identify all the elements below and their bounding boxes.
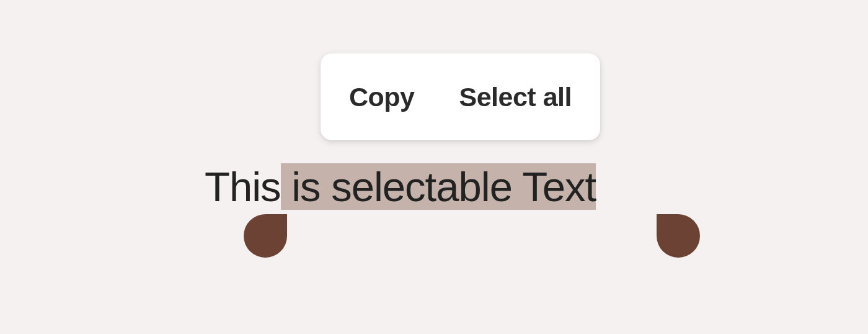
text-selection-context-menu: Copy Select all (321, 53, 600, 140)
select-all-button[interactable]: Select all (437, 82, 594, 112)
text-selection: is selectable Text (281, 163, 596, 210)
selectable-text[interactable]: This is selectable Text (205, 163, 596, 210)
text-before-selection: This (205, 163, 281, 210)
selection-handle-end[interactable] (657, 214, 700, 258)
selection-handle-start[interactable] (244, 214, 287, 258)
copy-button[interactable]: Copy (327, 82, 437, 112)
